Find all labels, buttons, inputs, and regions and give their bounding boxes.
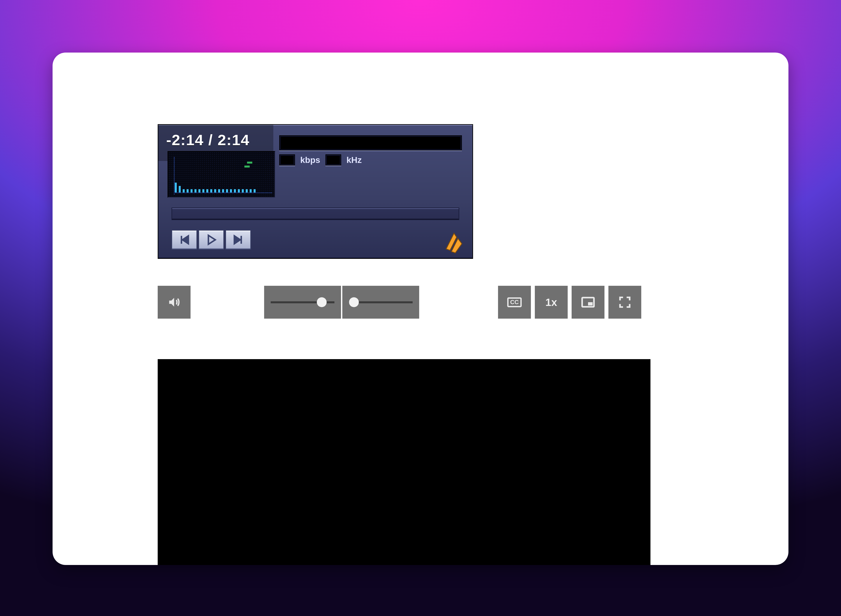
speaker-icon bbox=[167, 296, 181, 309]
bitrate-label: kbps bbox=[300, 155, 320, 165]
spectrum-visualizer[interactable] bbox=[167, 151, 275, 198]
bitrate-value bbox=[279, 154, 295, 166]
next-button[interactable] bbox=[225, 230, 251, 249]
time-display: -2:14 / 2:14 bbox=[166, 131, 250, 149]
fullscreen-icon bbox=[618, 295, 632, 309]
slider-2[interactable] bbox=[342, 286, 419, 318]
media-controls-row: CC 1x bbox=[158, 286, 641, 318]
captions-button[interactable]: CC bbox=[498, 286, 531, 318]
play-button[interactable] bbox=[198, 230, 224, 249]
play-icon bbox=[205, 234, 217, 246]
volume-button[interactable] bbox=[158, 286, 191, 318]
winamp-logo-icon[interactable] bbox=[442, 230, 466, 254]
track-title-field bbox=[279, 135, 462, 150]
right-controls: CC 1x bbox=[498, 286, 641, 318]
slider-2-thumb[interactable] bbox=[349, 298, 359, 307]
slider-1[interactable] bbox=[264, 286, 341, 318]
transport-controls bbox=[172, 230, 251, 249]
seek-bar[interactable] bbox=[172, 208, 459, 220]
svg-rect-1 bbox=[588, 302, 593, 305]
samplerate-label: kHz bbox=[346, 155, 362, 165]
previous-button[interactable] bbox=[172, 230, 197, 249]
app-card: -2:14 / 2:14 kbps kHz bbox=[53, 53, 788, 565]
pip-icon bbox=[580, 294, 596, 310]
video-surface[interactable] bbox=[158, 359, 650, 565]
fullscreen-button[interactable] bbox=[608, 286, 641, 318]
slider-1-thumb[interactable] bbox=[317, 298, 327, 307]
pip-button[interactable] bbox=[572, 286, 605, 318]
samplerate-value bbox=[326, 154, 341, 166]
skip-previous-icon bbox=[179, 234, 190, 246]
winamp-player: -2:14 / 2:14 kbps kHz bbox=[158, 124, 473, 259]
stream-info: kbps kHz bbox=[279, 154, 362, 166]
winamp-inner: -2:14 / 2:14 kbps kHz bbox=[159, 125, 473, 258]
cc-icon: CC bbox=[507, 298, 522, 307]
skip-next-icon bbox=[232, 234, 244, 246]
playback-speed-button[interactable]: 1x bbox=[535, 286, 568, 318]
